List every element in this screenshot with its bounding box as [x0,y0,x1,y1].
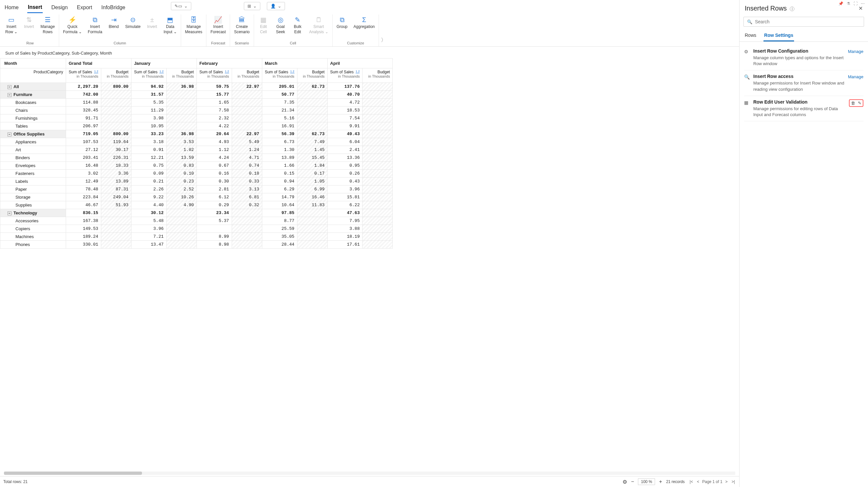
cell[interactable]: 22.97 [232,83,262,91]
first-page-button[interactable]: |< [688,480,694,484]
ribbon-group[interactable]: ⧉Group [334,14,350,31]
expand-icon[interactable]: ⛶ [854,1,858,6]
ribbon-insert[interactable]: ▭InsertRow ⌄ [3,14,20,36]
format-indicator[interactable]: 1.2 [159,70,164,73]
cell[interactable]: 800.00 [101,83,131,91]
ribbon-overflow-button[interactable]: 〉 [379,14,388,47]
cell[interactable]: 11.29 [131,106,166,115]
format-indicator[interactable]: 1.2 [225,70,229,73]
cell[interactable]: 2.41 [327,146,363,154]
cell[interactable]: 40.70 [327,91,363,99]
cell[interactable]: 14.79 [262,193,297,201]
cell[interactable] [232,233,262,241]
cell[interactable]: 119.64 [101,138,131,146]
cell[interactable] [101,106,131,115]
cell[interactable]: 13.89 [262,154,297,162]
cell[interactable] [232,217,262,225]
cell[interactable]: 2.32 [196,115,232,122]
table-row[interactable]: Art27.1230.170.911.021.121.241.301.452.4… [0,146,393,154]
ribbon-create[interactable]: 🏛CreateScenario [231,14,252,36]
cell[interactable]: 0.67 [196,162,232,170]
cell[interactable] [166,91,196,99]
cell[interactable]: 22.97 [232,130,262,138]
cell[interactable] [166,217,196,225]
cell[interactable]: 4.93 [196,138,232,146]
cell[interactable]: 107.53 [66,138,101,146]
cell[interactable]: 5.35 [131,99,166,106]
cell[interactable]: 20.64 [196,130,232,138]
cell[interactable]: 1.84 [297,162,327,170]
cell[interactable]: 47.63 [327,209,363,217]
cell[interactable] [166,99,196,106]
subheader-budget[interactable]: Budgetin Thousands [232,68,262,83]
zoom-level[interactable]: 100 % [638,479,655,485]
cell[interactable]: 16.46 [297,193,327,201]
cell[interactable]: 59.75 [196,83,232,91]
cell[interactable] [232,122,262,130]
cell[interactable] [363,178,393,185]
manage-link[interactable]: Manage [848,74,863,79]
cell[interactable]: 203.41 [66,154,101,162]
cell[interactable] [166,225,196,233]
table-row[interactable]: Supplies46.6751.934.404.900.290.3210.641… [0,201,393,209]
subheader-budget[interactable]: Budgetin Thousands [166,68,196,83]
table-row[interactable]: Furnishings91.713.982.325.167.54 [0,115,393,122]
tab-design[interactable]: Design [51,3,68,12]
panel-search[interactable]: 🔍 [743,17,864,27]
panel-tab-rows[interactable]: Rows [744,30,757,41]
cell[interactable]: 5.37 [196,217,232,225]
subheader-sum-of-sales[interactable]: Sum of Sales1.2in Thousands [66,68,101,83]
cell[interactable]: 0.33 [232,178,262,185]
cell[interactable]: 0.09 [131,170,166,178]
cell[interactable]: 94.92 [131,83,166,91]
cell[interactable]: 0.94 [262,178,297,185]
cell[interactable]: 2.81 [196,185,232,193]
last-page-button[interactable]: >| [731,480,736,484]
cell[interactable]: 249.04 [101,193,131,201]
cell[interactable] [196,225,232,233]
month-header[interactable]: April [327,59,393,68]
cell[interactable]: 15.77 [196,91,232,99]
cell[interactable]: 0.17 [297,170,327,178]
subheader-budget[interactable]: Budgetin Thousands [101,68,131,83]
subheader-sum-of-sales[interactable]: Sum of Sales1.2in Thousands [262,68,297,83]
cell[interactable]: 87.31 [101,185,131,193]
month-header[interactable]: February [196,59,262,68]
table-row[interactable]: Paper78.4887.312.262.522.813.136.296.993… [0,185,393,193]
format-indicator[interactable]: 1.2 [355,70,360,73]
cell[interactable]: 1.24 [232,146,262,154]
cell[interactable]: 18.53 [327,106,363,115]
cell[interactable]: 3.98 [131,115,166,122]
cell[interactable]: 62.73 [297,83,327,91]
tab-infobridge[interactable]: InfoBridge [100,3,126,12]
cell[interactable] [363,99,393,106]
cell[interactable]: 0.83 [166,162,196,170]
cell[interactable] [101,225,131,233]
cell[interactable]: 1.65 [196,99,232,106]
month-header[interactable]: Grand Total [66,59,131,68]
cell[interactable] [232,106,262,115]
table-row[interactable]: −Office Supplies719.05800.0033.2336.9820… [0,130,393,138]
cell[interactable]: 17.61 [327,241,363,249]
cell[interactable]: 7.21 [131,233,166,241]
cell[interactable]: 1.30 [262,146,297,154]
cell[interactable]: 330.01 [66,241,101,249]
table-row[interactable]: Envelopes16.4818.330.750.830.670.741.661… [0,162,393,170]
cell[interactable]: 6.12 [196,193,232,201]
cell[interactable]: 50.77 [262,91,297,99]
manage-link[interactable]: Manage [848,48,863,54]
table-row[interactable]: Copiers149.533.9625.593.88 [0,225,393,233]
cell[interactable] [101,99,131,106]
cell[interactable] [166,115,196,122]
cell[interactable]: 137.76 [327,83,363,91]
cell[interactable] [363,217,393,225]
cell[interactable] [297,115,327,122]
cell[interactable]: 3.53 [166,138,196,146]
cell[interactable] [363,233,393,241]
cell[interactable] [363,193,393,201]
table-row[interactable]: Chairs328.4511.297.5821.3418.53 [0,106,393,115]
table-row[interactable]: Storage223.84249.049.2210.266.126.8114.7… [0,193,393,201]
cell[interactable] [101,217,131,225]
cell[interactable]: 1.45 [297,146,327,154]
more-icon[interactable]: ⋯ [861,1,865,6]
